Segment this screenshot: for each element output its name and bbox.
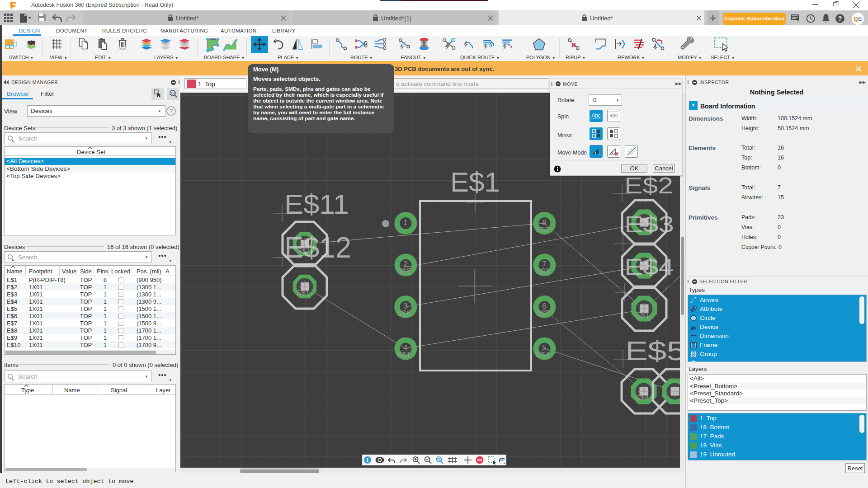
- svg-text:S$5: S$5: [397, 267, 410, 276]
- svg-text:?: ?: [170, 108, 173, 114]
- svg-text:?: ?: [838, 15, 842, 22]
- svg-text:S$1: S$1: [397, 351, 410, 359]
- svg-text:E$5: E$5: [625, 336, 685, 366]
- svg-text:E$4: E$4: [624, 254, 674, 280]
- svg-text:S$2: S$2: [536, 225, 549, 234]
- svg-text:S$4: S$4: [536, 351, 549, 359]
- svg-text:S$1: S$1: [296, 289, 310, 297]
- svg-text:E$1: E$1: [450, 166, 500, 197]
- svg-text:S$7: S$7: [536, 309, 549, 318]
- svg-text:S$1: S$1: [636, 311, 649, 319]
- svg-text:E$2: E$2: [624, 173, 673, 198]
- svg-text:S$3: S$3: [536, 267, 549, 276]
- svg-text:1: 1: [403, 218, 407, 227]
- svg-text:E$3: E$3: [624, 212, 674, 237]
- svg-text:E$11: E$11: [284, 188, 349, 220]
- svg-text:S$6: S$6: [397, 309, 410, 318]
- svg-text:S$4: S$4: [635, 394, 649, 402]
- svg-text:E$12: E$12: [284, 231, 351, 264]
